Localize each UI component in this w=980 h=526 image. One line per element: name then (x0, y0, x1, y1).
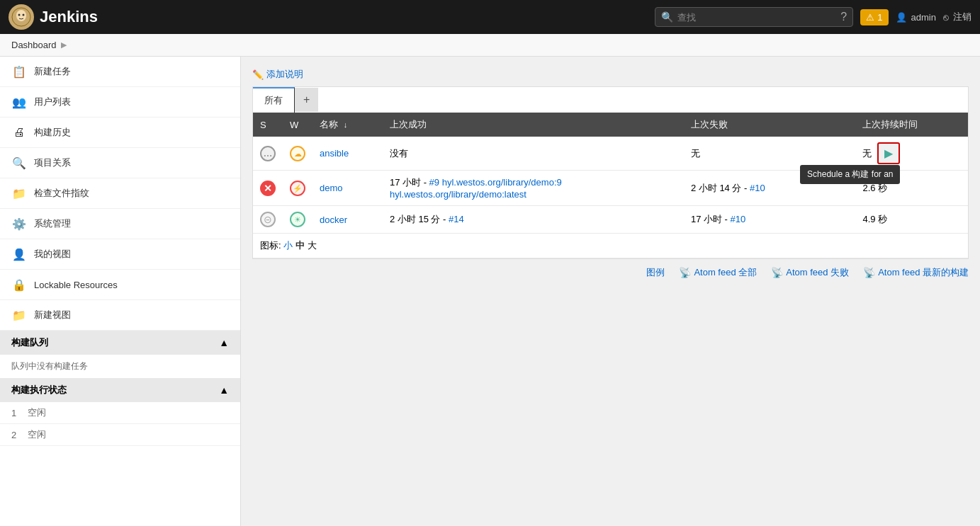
sidebar-item-new-view[interactable]: 📁 新建视图 (0, 300, 240, 331)
alert-badge[interactable]: ⚠ 1 (860, 9, 888, 25)
sidebar-item-system-admin[interactable]: ⚙️ 系统管理 (0, 209, 240, 239)
executor-2: 2 空闲 (0, 424, 240, 446)
check-file-icon: 📁 (11, 185, 27, 201)
ansible-link[interactable]: ansible (320, 148, 349, 159)
table-row: ⊝ ☀ docker 2 小时 15 分 - #14 (253, 206, 968, 234)
logout-icon: ⎋ (943, 12, 949, 23)
add-description-link-row: ✏️ 添加说明 (252, 68, 969, 81)
name-cell-ansible: ansible (312, 137, 383, 171)
col-name[interactable]: 名称 ↓ (312, 113, 383, 137)
icon-size-large[interactable]: 大 (308, 240, 317, 251)
atom-feed-fail-link[interactable]: 📡 Atom feed 失败 (771, 266, 849, 279)
lockable-resources-icon: 🔒 (11, 277, 27, 292)
sidebar-item-build-history[interactable]: 🖨 构建历史 (0, 118, 240, 148)
executor-1-status: 空闲 (28, 406, 46, 419)
executor-2-id: 2 (11, 430, 16, 440)
status-cell-docker: ⊝ (253, 206, 283, 234)
tab-all[interactable]: 所有 (253, 87, 295, 113)
table-header: S W 名称 ↓ 上次成功 上次失败 上次持续时间 (253, 113, 968, 137)
sidebar-item-user-list[interactable]: 👥 用户列表 (0, 87, 240, 118)
icon-size-small[interactable]: 小 (283, 240, 293, 251)
add-description-label: 添加说明 (266, 68, 303, 81)
last-success-build-link-docker[interactable]: #14 (449, 214, 464, 224)
jenkins-logo-icon (9, 4, 34, 30)
sidebar-item-my-views[interactable]: 👤 我的视图 (0, 239, 240, 270)
weather-cell-docker: ☀ (283, 206, 312, 234)
sidebar-item-lockable-resources[interactable]: 🔒 Lockable Resources (0, 270, 240, 300)
build-executor-section: 构建执行状态 ▲ (0, 378, 240, 402)
last-duration-docker: 4.9 秒 (855, 206, 968, 234)
atom-feed-all-link[interactable]: 📡 Atom feed 全部 (679, 266, 757, 279)
demo-link[interactable]: demo (320, 183, 343, 193)
sidebar-item-project-relations[interactable]: 🔍 项目关系 (0, 148, 240, 178)
sort-arrow-icon: ↓ (344, 120, 348, 129)
sidebar-item-label: Lockable Resources (34, 280, 118, 290)
table-body: … ☁ ansible 没有 无 (253, 137, 968, 234)
sidebar-item-label: 检查文件指纹 (34, 187, 89, 200)
sidebar-item-label: 新建视图 (34, 309, 71, 321)
executor-1: 1 空闲 (0, 402, 240, 424)
search-input[interactable] (677, 12, 833, 23)
table-row: … ☁ ansible 没有 无 (253, 137, 968, 171)
user-menu[interactable]: 👤 admin (896, 12, 936, 23)
sidebar-item-label: 用户列表 (34, 96, 71, 108)
breadcrumb-arrow: ▶ (61, 40, 67, 50)
build-queue-toggle[interactable]: ▲ (219, 337, 229, 348)
col-name-label: 名称 (320, 119, 338, 130)
logo[interactable]: Jenkins (9, 4, 98, 30)
sidebar-item-check-file[interactable]: 📁 检查文件指纹 (0, 178, 240, 209)
rss-icon-all: 📡 (679, 267, 691, 278)
schedule-build-button[interactable]: ▶ (877, 142, 900, 164)
pencil-icon: ✏️ (252, 69, 264, 80)
search-box[interactable]: 🔍 ? (655, 7, 853, 27)
docker-link[interactable]: docker (320, 215, 347, 225)
user-label: admin (911, 12, 936, 23)
icon-sizes-label: 图标: (260, 240, 281, 251)
svg-point-4 (23, 14, 25, 16)
last-failure-link-docker[interactable]: #10 (731, 214, 746, 224)
atom-feed-latest-link[interactable]: 📡 Atom feed 最新的构建 (863, 266, 969, 279)
add-description-link[interactable]: ✏️ 添加说明 (252, 68, 969, 81)
col-last-duration: 上次持续时间 (855, 113, 968, 137)
last-failure-link-demo[interactable]: #10 (750, 183, 765, 193)
last-success-demo: 17 小时 - #9 hyl.westos.org/library/demo:9… (383, 171, 684, 206)
help-icon[interactable]: ? (840, 11, 847, 23)
logout-button[interactable]: ⎋ 注销 (943, 11, 971, 23)
user-icon: 👤 (896, 12, 907, 23)
system-admin-icon: ⚙️ (11, 216, 27, 231)
breadcrumb: Dashboard ▶ (0, 34, 980, 57)
atom-latest-label: Atom feed 最新的构建 (878, 266, 969, 279)
name-cell-demo: demo (312, 171, 383, 206)
sidebar-item-label: 构建历史 (34, 126, 71, 139)
legend-link[interactable]: 图例 (646, 266, 665, 279)
project-relations-icon: 🔍 (11, 155, 27, 171)
last-success-build-link2-demo[interactable]: hyl.westos.org/library/demo:latest (390, 189, 526, 200)
icon-sizes-row: 图标: 小 中 大 (253, 234, 968, 258)
sidebar-item-new-task[interactable]: 📋 新建任务 (0, 57, 240, 87)
last-duration-ansible: 无 ▶ Schedule a 构建 for an (855, 137, 968, 171)
status-cell-demo: ✕ (253, 171, 283, 206)
schedule-tooltip: Schedule a 构建 for an (800, 165, 900, 184)
new-view-icon: 📁 (11, 307, 27, 323)
build-executor-toggle[interactable]: ▲ (219, 384, 229, 396)
sidebar-item-label: 系统管理 (34, 217, 71, 230)
rss-icon-fail: 📡 (771, 267, 783, 278)
rss-icon-latest: 📡 (863, 267, 875, 278)
sidebar-item-label: 项目关系 (34, 156, 71, 169)
last-success-build-link-demo[interactable]: #9 hyl.westos.org/library/demo:9 (429, 177, 562, 188)
col-s: S (253, 113, 283, 137)
weather-cell-ansible: ☁ (283, 137, 312, 171)
icon-size-medium[interactable]: 中 (295, 240, 305, 251)
last-success-docker: 2 小时 15 分 - #14 (383, 206, 684, 234)
atom-fail-label: Atom feed 失败 (786, 266, 849, 279)
last-failure-docker: 17 小时 - #10 (684, 206, 856, 234)
content-area: ✏️ 添加说明 所有 + S W 名称 ↓ (241, 57, 980, 526)
new-task-icon: 📋 (11, 64, 27, 79)
breadcrumb-home[interactable]: Dashboard (11, 40, 57, 50)
col-last-success: 上次成功 (383, 113, 684, 137)
last-failure-text: 无 (691, 148, 700, 159)
last-success-text: 没有 (390, 148, 408, 159)
tab-add[interactable]: + (295, 88, 318, 112)
build-queue-section: 构建队列 ▲ (0, 331, 240, 355)
build-queue-title: 构建队列 (11, 336, 48, 349)
